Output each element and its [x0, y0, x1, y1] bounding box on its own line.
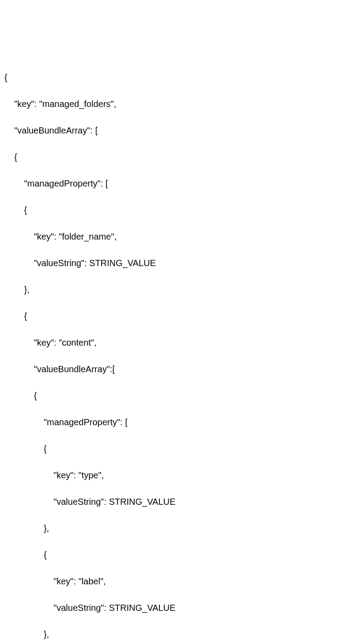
code-line: "key": "managed_folders",: [4, 97, 344, 111]
code-snippet: { "key": "managed_folders", "valueBundle…: [4, 57, 344, 644]
code-line: {: [4, 548, 344, 561]
code-line: },: [4, 283, 344, 296]
code-line: {: [4, 309, 344, 323]
code-line: "key": "type",: [4, 469, 344, 482]
code-line: "managedProperty": [: [4, 177, 344, 190]
code-line: "valueString": STRING_VALUE: [4, 256, 344, 270]
code-line: "managedProperty": [: [4, 415, 344, 429]
code-line: "valueBundleArray":[: [4, 362, 344, 376]
code-line: },: [4, 628, 344, 641]
code-line: "key": "content",: [4, 336, 344, 349]
code-line: "valueBundleArray": [: [4, 124, 344, 137]
code-line: {: [4, 442, 344, 455]
code-line: "key": "label",: [4, 575, 344, 588]
code-line: },: [4, 522, 344, 535]
code-line: "valueString": STRING_VALUE: [4, 495, 344, 508]
code-line: {: [4, 389, 344, 402]
code-line: {: [4, 150, 344, 164]
code-line: "key": "folder_name",: [4, 230, 344, 243]
code-line: {: [4, 203, 344, 217]
code-line: {: [4, 71, 344, 84]
code-line: "valueString": STRING_VALUE: [4, 601, 344, 614]
